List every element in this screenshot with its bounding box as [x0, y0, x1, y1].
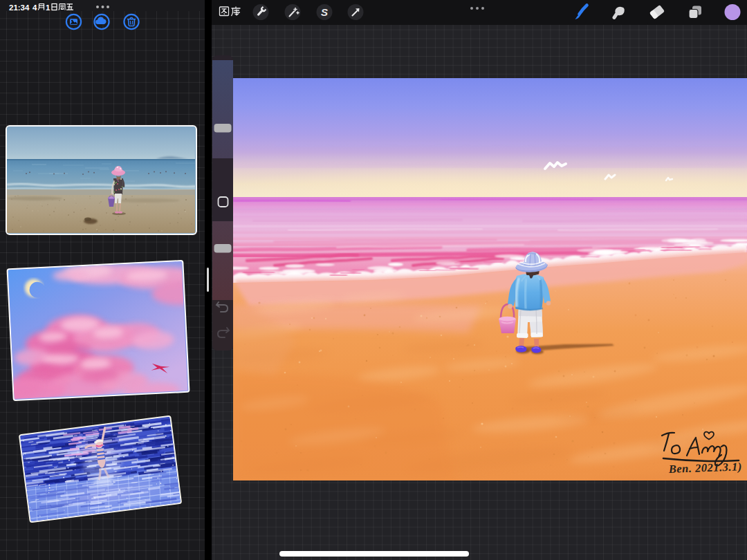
svg-text:S: S [321, 6, 328, 18]
svg-text:Ben. 2021.3.1): Ben. 2021.3.1) [667, 460, 742, 476]
